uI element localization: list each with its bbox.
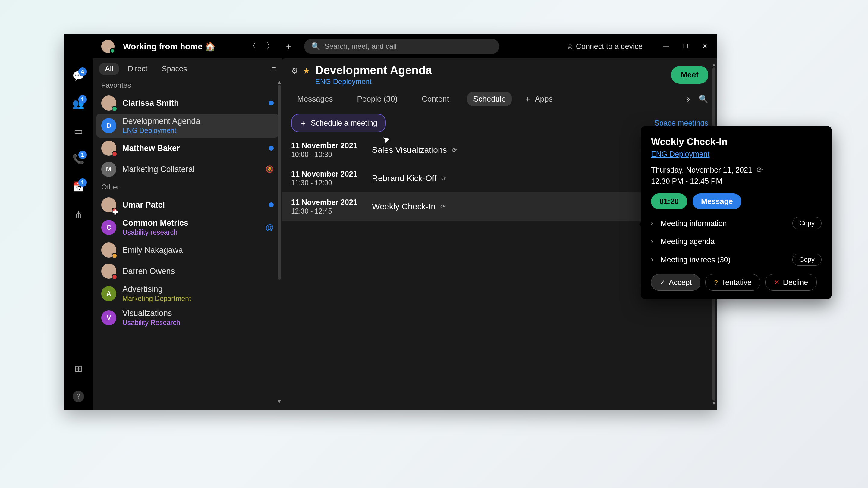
filter-all[interactable]: All (99, 63, 119, 75)
nav-back-icon[interactable]: 〈 (248, 40, 256, 53)
rail-teams-icon[interactable]: 👥 1 (72, 98, 84, 110)
chat-item-marketing-collateral[interactable]: M Marketing Collateral 🔕 (96, 159, 278, 180)
app-rail: 💬 4 👥 1 ▭ 📞 1 📅 1 ⋔ ⊞ ? (64, 34, 93, 410)
tab-add-apps[interactable]: ＋ Apps (524, 94, 553, 104)
popover-date: Thursday, November 11, 2021 (651, 166, 752, 174)
chat-item-clarissa[interactable]: Clarissa Smith (96, 93, 278, 113)
avatar: D (101, 118, 116, 133)
status-text[interactable]: Working from home 🏠 (123, 41, 216, 52)
rail-calls-icon[interactable]: 📞 1 (72, 153, 84, 165)
muted-icon: 🔕 (266, 165, 274, 173)
scroll-down-icon[interactable]: ▼ (277, 399, 282, 404)
chat-item-common-metrics[interactable]: C Common Metrics Usability research @ (96, 216, 278, 239)
search-input[interactable]: 🔍 Search, meet, and call (304, 39, 499, 54)
chat-title: Emily Nakagawa (122, 246, 274, 255)
space-subtitle[interactable]: ENG Deployment (315, 77, 432, 86)
expand-meeting-agenda[interactable]: › Meeting agenda (651, 237, 822, 246)
recurring-icon: ⟳ (756, 166, 763, 174)
meeting-time: 12:30 - 12:45 (291, 207, 358, 216)
scroll-up-icon[interactable]: ▲ (712, 62, 716, 67)
connect-device-button[interactable]: ⎚ Connect to a device (568, 42, 643, 51)
filter-direct[interactable]: Direct (122, 63, 153, 75)
chat-item-matthew[interactable]: Matthew Baker (96, 138, 278, 159)
section-other-label: Other (96, 180, 278, 194)
chevron-right-icon: › (651, 219, 656, 227)
rail-calendar-icon[interactable]: 📅 1 (72, 181, 84, 193)
mention-icon: @ (266, 223, 274, 232)
meeting-time: 10:00 - 10:30 (291, 151, 358, 159)
avatar: A (101, 286, 116, 301)
filter-spaces[interactable]: Spaces (156, 63, 193, 75)
pin-icon[interactable]: ⟐ (685, 94, 690, 104)
expand-meeting-info[interactable]: › Meeting information Copy (651, 217, 822, 229)
meet-button[interactable]: Meet (671, 66, 708, 84)
tentative-button[interactable]: ? Tentative (705, 274, 760, 291)
rail-chat-icon[interactable]: 💬 4 (72, 70, 84, 82)
app-window: Working from home 🏠 〈 〉 ＋ 🔍 Search, meet… (64, 34, 717, 410)
chat-item-visualizations[interactable]: V Visualizations Usability Research (96, 306, 278, 330)
tab-schedule[interactable]: Schedule (467, 92, 512, 106)
question-icon: ? (714, 279, 718, 287)
chat-title: Common Metrics (122, 218, 259, 228)
recurring-icon: ⟳ (452, 147, 457, 154)
new-chat-icon[interactable]: ＋ (284, 40, 293, 53)
gear-icon[interactable]: ⚙ (291, 66, 298, 76)
schedule-meeting-button[interactable]: ＋ Schedule a meeting (291, 114, 386, 132)
meeting-title: Sales Visualizations (372, 145, 447, 155)
close-button[interactable]: ✕ (698, 40, 711, 53)
countdown-pill[interactable]: 01:20 (651, 193, 687, 209)
rail-apps-icon[interactable]: ⊞ (72, 363, 84, 375)
filter-settings-icon[interactable]: ≡ (272, 65, 276, 73)
tab-content[interactable]: Content (415, 92, 455, 106)
chat-title: Development Agenda (122, 117, 274, 126)
user-avatar[interactable] (101, 40, 115, 53)
rail-chat-badge: 4 (79, 67, 87, 76)
avatar: V (101, 310, 116, 325)
x-icon: ✕ (774, 279, 779, 287)
popover-title: Weekly Check-In (651, 136, 822, 147)
accept-button[interactable]: ✓ Accept (651, 274, 701, 291)
chat-subtitle: Marketing Department (122, 295, 274, 303)
rail-help-icon[interactable]: ? (72, 390, 84, 402)
chat-subtitle: Usability research (122, 228, 259, 236)
popover-space-link[interactable]: ENG Deployment (651, 150, 822, 158)
filter-row: All Direct Spaces ≡ (96, 61, 278, 78)
scroll-up-icon[interactable]: ▲ (277, 79, 282, 85)
meeting-title: Rebrand Kick-Off (372, 173, 436, 183)
chat-subtitle: ENG Deployment (122, 127, 274, 135)
scroll-down-icon[interactable]: ▼ (712, 401, 716, 406)
copy-button[interactable]: Copy (792, 254, 822, 266)
decline-button[interactable]: ✕ Decline (765, 274, 817, 291)
rail-activity-icon[interactable]: ⋔ (72, 208, 84, 221)
rail-contacts-icon[interactable]: ▭ (72, 125, 84, 137)
avatar (101, 96, 116, 110)
chat-title: Visualizations (122, 309, 274, 318)
rail-calls-badge: 1 (79, 151, 87, 159)
section-favorites-label: Favorites (96, 78, 278, 93)
tab-people[interactable]: People (30) (351, 92, 404, 106)
presence-icon (112, 151, 118, 157)
minimize-button[interactable]: — (659, 40, 673, 53)
chat-item-advertising[interactable]: A Advertising Marketing Department (96, 282, 278, 306)
search-in-space-icon[interactable]: 🔍 (699, 94, 708, 104)
search-placeholder: Search, meet, and call (324, 42, 397, 51)
chat-subtitle: Usability Research (122, 319, 274, 327)
unread-indicator-icon (269, 202, 274, 207)
sidebar-scrollbar[interactable]: ▲ ▼ (277, 79, 281, 404)
expand-meeting-invitees[interactable]: › Meeting invitees (30) Copy (651, 254, 822, 266)
space-title: Development Agenda (315, 64, 432, 77)
nav-forward-icon[interactable]: 〉 (266, 40, 275, 53)
chevron-right-icon: › (651, 238, 656, 246)
chat-item-umar[interactable]: ✚ Umar Patel (96, 194, 278, 216)
meeting-date: 11 November 2021 (291, 170, 358, 178)
chat-item-development-agenda[interactable]: D Development Agenda ENG Deployment (96, 113, 278, 138)
copy-button[interactable]: Copy (792, 217, 822, 229)
tab-messages[interactable]: Messages (291, 92, 339, 106)
rail-teams-badge: 1 (79, 95, 87, 104)
message-button[interactable]: Message (692, 193, 741, 209)
chat-item-darren[interactable]: Darren Owens (96, 261, 278, 282)
maximize-button[interactable]: ☐ (679, 40, 692, 53)
star-icon[interactable]: ★ (303, 66, 310, 76)
meeting-time: 11:30 - 12:00 (291, 179, 358, 187)
chat-item-emily[interactable]: Emily Nakagawa (96, 239, 278, 261)
